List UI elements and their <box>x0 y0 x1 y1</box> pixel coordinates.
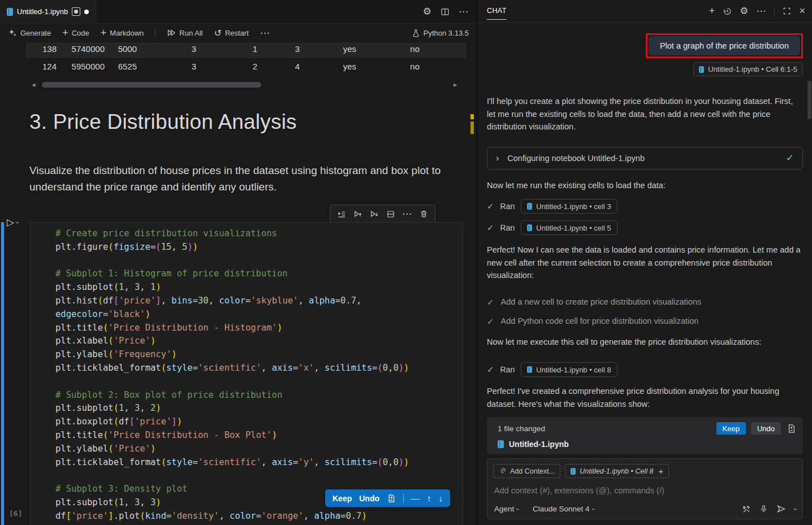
add-context-chip[interactable]: Add Context... <box>493 464 560 478</box>
table-cell: 3 <box>257 44 300 54</box>
code-line: plt.figure(figsize=(15, 5)) <box>55 241 458 254</box>
overview-ruler-modified-mark <box>470 114 474 119</box>
code-line: plt.title('Price Distribution - Histogra… <box>55 322 458 335</box>
table-cell: 5000 <box>105 44 137 54</box>
assistant-paragraph: Perfect! Now I can see the data is loade… <box>487 244 804 282</box>
output-horizontal-scrollbar[interactable]: ◂ ▸ <box>0 81 477 89</box>
run-by-line-icon[interactable] <box>336 208 347 220</box>
cell-reference-badge[interactable]: Untitled-1.ipynb • Cell 6:1-5 <box>693 62 803 76</box>
split-editor-icon[interactable] <box>440 7 450 16</box>
run-cell-button[interactable]: ▷ › <box>7 216 19 228</box>
paperclip-icon <box>499 467 506 475</box>
plus-icon: + <box>101 27 107 39</box>
execute-above-icon[interactable] <box>352 208 364 220</box>
delete-cell-icon[interactable] <box>418 208 429 220</box>
toolbar-divider <box>155 28 156 37</box>
microphone-icon[interactable] <box>759 505 768 513</box>
changes-summary: 1 file changed <box>498 424 545 433</box>
kernel-picker[interactable]: Python 3.13.5 <box>412 29 469 37</box>
table-row: 13857400005000313yesno <box>25 42 467 58</box>
cell-chip[interactable]: Untitled-1.ipynb • cell 5 <box>521 220 617 235</box>
user-message-row: Plot a graph of the price distribution <box>487 33 803 58</box>
chevron-down-icon: › <box>515 508 521 510</box>
undo-button[interactable]: Undo <box>751 422 781 435</box>
model-picker[interactable]: Claude Sonnet 4 › <box>533 505 594 513</box>
check-icon: ✓ <box>487 201 494 211</box>
context-chips: Add Context... Untitled-1.ipynb • Cell 8… <box>493 464 797 478</box>
new-chat-icon[interactable]: + <box>709 5 715 17</box>
more-actions-icon[interactable]: ⋯ <box>459 6 469 18</box>
execution-count: [6] <box>9 509 22 518</box>
scroll-left-icon[interactable]: ◂ <box>32 81 36 89</box>
changed-file-row[interactable]: Untitled-1.ipynb <box>498 440 796 449</box>
markdown-paragraph: Visualize the distribution of house pric… <box>29 163 460 195</box>
tab-chat[interactable]: CHAT <box>487 7 507 20</box>
code-line: plt.ticklabel_format(style='scientific',… <box>55 362 458 375</box>
undo-button[interactable]: Undo <box>359 494 379 503</box>
execute-below-icon[interactable] <box>369 208 380 220</box>
beaker-icon <box>412 29 420 37</box>
notebook-file-icon <box>7 8 13 16</box>
keep-button[interactable]: Keep <box>332 494 352 503</box>
run-all-button[interactable]: Run All <box>167 28 202 37</box>
cell-chip[interactable]: Untitled-1.ipynb • cell 8 <box>521 362 617 377</box>
chat-input-box[interactable]: Add Context... Untitled-1.ipynb • Cell 8… <box>487 458 803 519</box>
notebook-content: 13857400005000313yesno12459500006525324y… <box>0 42 477 525</box>
code-line: # Create price distribution visualizatio… <box>55 227 458 241</box>
more-actions-icon[interactable]: ⋯ <box>756 5 766 17</box>
add-code-cell-button[interactable]: + Code <box>62 27 89 39</box>
scroll-right-icon[interactable]: ▸ <box>453 81 457 89</box>
history-icon[interactable] <box>723 7 732 16</box>
code-cell[interactable]: # Create price distribution visualizatio… <box>30 222 463 525</box>
diff-file-icon[interactable] <box>787 424 796 433</box>
check-icon: ✓ <box>487 365 494 375</box>
table-cell: 6525 <box>105 62 137 71</box>
send-icon[interactable] <box>776 504 786 514</box>
maximize-icon[interactable] <box>783 7 791 15</box>
table-cell: 5740000 <box>57 44 105 54</box>
add-markdown-cell-button[interactable]: + Markdown <box>101 27 144 39</box>
header-divider <box>774 7 775 16</box>
restart-kernel-button[interactable]: ↺ Restart <box>214 28 248 38</box>
code-lines: # Create price distribution visualizatio… <box>55 227 458 525</box>
chat-scrollbar-thumb[interactable] <box>807 81 811 119</box>
code-line: # Subplot 1: Histogram of price distribu… <box>55 267 458 281</box>
cell-chip[interactable]: Untitled-1.ipynb • cell 3 <box>521 199 617 214</box>
notebook-file-icon <box>699 66 704 73</box>
diff-file-icon[interactable] <box>387 494 396 503</box>
cell-toolbar: ⋯ <box>330 205 435 223</box>
attachment-chip[interactable]: Untitled-1.ipynb • Cell 8 + <box>565 464 669 478</box>
code-line: plt.title('Price Distribution - Density … <box>55 523 458 525</box>
gear-icon[interactable]: ⚙ <box>423 7 431 16</box>
close-icon[interactable]: × <box>799 5 805 17</box>
completed-steps: ✓ Add a new cell to create price distrib… <box>487 297 803 327</box>
tool-call-item[interactable]: › Configuring notebook Untitled-1.ipynb … <box>487 147 803 170</box>
collapse-icon[interactable]: — <box>411 493 420 503</box>
tools-icon[interactable] <box>742 505 751 514</box>
generate-button[interactable]: Generate <box>8 28 51 37</box>
keep-button[interactable]: Keep <box>716 422 746 435</box>
plus-icon[interactable]: + <box>658 466 663 476</box>
scrollbar-thumb[interactable] <box>42 82 261 88</box>
chat-input-placeholder[interactable]: Add context (#), extensions (@), command… <box>494 486 797 495</box>
assistant-paragraph: Perfect! I've created a comprehensive pr… <box>487 385 804 410</box>
tab-untitled-1-ipynb[interactable]: Untitled-1.ipynb <box>0 0 96 23</box>
next-change-icon[interactable]: ↓ <box>439 493 443 503</box>
output-table: 13857400005000313yesno12459500006525324y… <box>25 42 467 75</box>
annotation-highlight: Plot a graph of the price distribution <box>646 33 803 58</box>
input-action-icons: › <box>742 504 797 514</box>
chat-input-footer: Agent › Claude Sonnet 4 › <box>494 504 797 514</box>
chat-header: CHAT + ⚙ ⋯ × <box>477 0 812 23</box>
cell-more-icon[interactable]: ⋯ <box>401 208 413 220</box>
mode-picker[interactable]: Agent › <box>494 505 519 513</box>
step-row: ✓ Add Python code cell for price distrib… <box>487 316 803 327</box>
previous-change-icon[interactable]: ↑ <box>427 493 431 503</box>
toolbar-divider <box>403 494 404 503</box>
modified-dot-icon <box>84 10 89 14</box>
toolbar-more-icon[interactable]: ⋯ <box>260 27 270 39</box>
gear-icon[interactable]: ⚙ <box>740 6 748 16</box>
step-row: ✓ Add a new cell to create price distrib… <box>487 297 803 307</box>
send-options-chevron-icon[interactable]: › <box>792 508 799 510</box>
code-line: plt.hist(df['price'], bins=30, color='sk… <box>55 294 458 308</box>
split-cell-icon[interactable] <box>385 208 396 220</box>
